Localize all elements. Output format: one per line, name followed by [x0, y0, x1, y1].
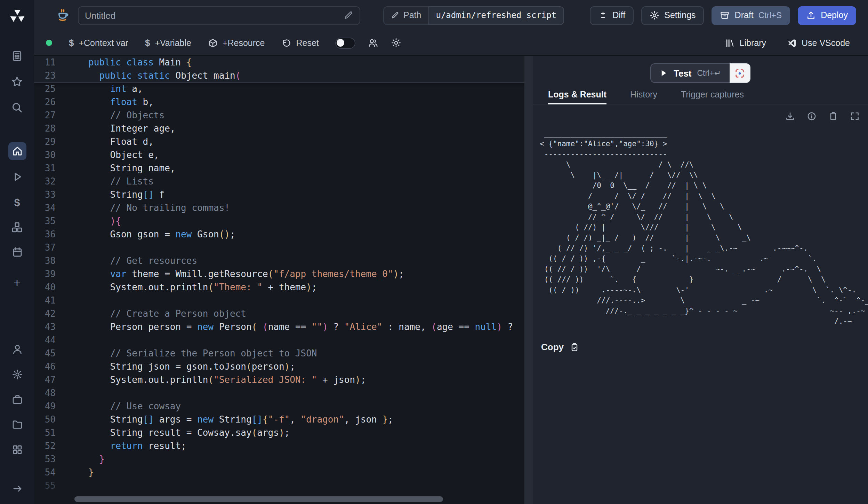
- sticky-lines: 11public class Main {23 public static Ob…: [34, 56, 524, 83]
- add-variable-label: +Variable: [155, 38, 191, 48]
- sidebar-item-variables[interactable]: $: [0, 192, 34, 212]
- copy-label: Copy: [541, 342, 564, 352]
- deploy-icon: [806, 10, 816, 20]
- settings-button[interactable]: Settings: [641, 6, 704, 25]
- code-line: 27 // Objects: [34, 109, 524, 122]
- code-line: 11public class Main {: [34, 56, 524, 69]
- sidebar-item-add[interactable]: +: [0, 273, 34, 292]
- code-line: 45 // Serialize the Person object to JSO…: [34, 347, 524, 360]
- add-variable-button[interactable]: $ +Variable: [145, 38, 191, 48]
- test-label: Test: [674, 68, 692, 78]
- path-edit-button[interactable]: Path: [383, 6, 428, 25]
- script-title: Untitled: [85, 10, 344, 21]
- sidebar-item-resources[interactable]: [0, 217, 34, 237]
- clipboard-icon: [828, 111, 838, 121]
- code-line: 52 return result;: [34, 439, 524, 452]
- result-output: ____________________________ < {"name":"…: [540, 128, 868, 326]
- expand-result-button[interactable]: [850, 111, 860, 121]
- sidebar-item-workers[interactable]: [0, 390, 34, 409]
- sidebar-expand-button[interactable]: [0, 479, 34, 498]
- code-line: 37: [34, 241, 524, 254]
- sidebar-item-groups[interactable]: [0, 440, 34, 459]
- dollar-icon: $: [14, 197, 20, 207]
- save-draft-button[interactable]: Draft Ctrl+S: [712, 6, 790, 25]
- deploy-label: Deploy: [821, 10, 848, 20]
- code-line: 28 Integer age,: [34, 122, 524, 135]
- settings-label: Settings: [664, 10, 696, 20]
- code-line: 44: [34, 333, 524, 347]
- code-line: 54}: [34, 466, 524, 479]
- editor-toggle[interactable]: [336, 37, 356, 48]
- reset-button[interactable]: Reset: [281, 38, 319, 48]
- test-shortcut: Ctrl+↵: [697, 68, 721, 78]
- diff-button[interactable]: Diff: [589, 6, 634, 25]
- code-line: 50 String[] args = new String[]{"-f", "d…: [34, 413, 524, 426]
- code-line: 36 Gson gson = new Gson();: [34, 228, 524, 241]
- deploy-button[interactable]: Deploy: [798, 6, 856, 25]
- tab-history[interactable]: History: [630, 90, 657, 104]
- code-editor[interactable]: 11public class Main {23 public static Ob…: [34, 56, 524, 504]
- diff-icon: [598, 10, 608, 20]
- add-resource-label: +Resource: [223, 38, 265, 48]
- copy-result-button[interactable]: [828, 111, 838, 121]
- sidebar-item-home[interactable]: [0, 141, 34, 161]
- dollar-icon: $: [145, 38, 150, 48]
- result-info-button[interactable]: [807, 111, 817, 121]
- path-value: u/admin/refreshed_script: [436, 10, 556, 20]
- result-toolbar: [533, 104, 868, 121]
- download-result-button[interactable]: [785, 111, 795, 121]
- code-line: 40 System.out.println("Theme: " + theme)…: [34, 281, 524, 294]
- test-button[interactable]: Test Ctrl+↵: [651, 63, 729, 83]
- gear-icon: [11, 369, 23, 380]
- code-line: 32 // Lists: [34, 175, 524, 188]
- tab-logs-result[interactable]: Logs & Result: [548, 90, 606, 104]
- copy-row[interactable]: Copy: [541, 342, 868, 352]
- script-title-field[interactable]: Untitled: [78, 6, 360, 25]
- add-resource-button[interactable]: +Resource: [208, 38, 265, 48]
- status-dot: [46, 40, 52, 46]
- sidebar-item-folders[interactable]: [0, 415, 34, 434]
- code-line: 55: [34, 479, 524, 492]
- sidebar-item-favorites[interactable]: [0, 72, 34, 91]
- editor-panel-splitter[interactable]: [524, 56, 533, 504]
- arrow-right-icon: [11, 483, 23, 494]
- editor-horizontal-scrollbar[interactable]: [74, 496, 443, 502]
- multiplayer-button[interactable]: [368, 38, 379, 48]
- add-context-var-button[interactable]: $ +Context var: [69, 38, 128, 48]
- gear-icon: [391, 38, 402, 48]
- dollar-icon: $: [69, 38, 74, 48]
- code-line: 23 public static Object main(: [34, 69, 524, 82]
- code-line: 33 String[] f: [34, 188, 524, 201]
- code-line: 38 // Get resources: [34, 254, 524, 267]
- code-line: 26 float b,: [34, 95, 524, 109]
- capture-button[interactable]: [729, 63, 750, 83]
- windmill-logo-icon[interactable]: [0, 6, 34, 26]
- sidebar-item-search[interactable]: [0, 97, 34, 117]
- users-icon: [368, 38, 379, 48]
- star-icon: [11, 76, 23, 87]
- calculator-icon: [11, 50, 23, 62]
- pencil-icon: [391, 11, 399, 19]
- editor-settings-button[interactable]: [391, 38, 402, 48]
- path-value-field[interactable]: u/admin/refreshed_script: [428, 6, 564, 25]
- draft-label: Draft: [735, 10, 754, 20]
- maximize-icon: [850, 111, 860, 121]
- library-icon: [725, 38, 735, 48]
- code-line: 42 // Create a Person object: [34, 307, 524, 320]
- sidebar: $ +: [0, 0, 34, 504]
- sidebar-item-runs[interactable]: [0, 167, 34, 187]
- pencil-icon[interactable]: [344, 10, 353, 20]
- sidebar-item-settings[interactable]: [0, 365, 34, 384]
- home-icon: [11, 145, 23, 157]
- sidebar-item-apps[interactable]: [0, 46, 34, 65]
- tab-trigger-captures[interactable]: Trigger captures: [681, 90, 744, 104]
- library-button[interactable]: Library: [725, 38, 766, 48]
- folder-icon: [11, 419, 23, 430]
- code-line: 41: [34, 294, 524, 307]
- sidebar-item-account[interactable]: [0, 340, 34, 359]
- sidebar-item-schedules[interactable]: [0, 242, 34, 262]
- info-icon: [807, 111, 817, 121]
- use-vscode-button[interactable]: Use VScode: [787, 38, 850, 48]
- add-context-var-label: +Context var: [79, 38, 128, 48]
- user-icon: [11, 344, 23, 355]
